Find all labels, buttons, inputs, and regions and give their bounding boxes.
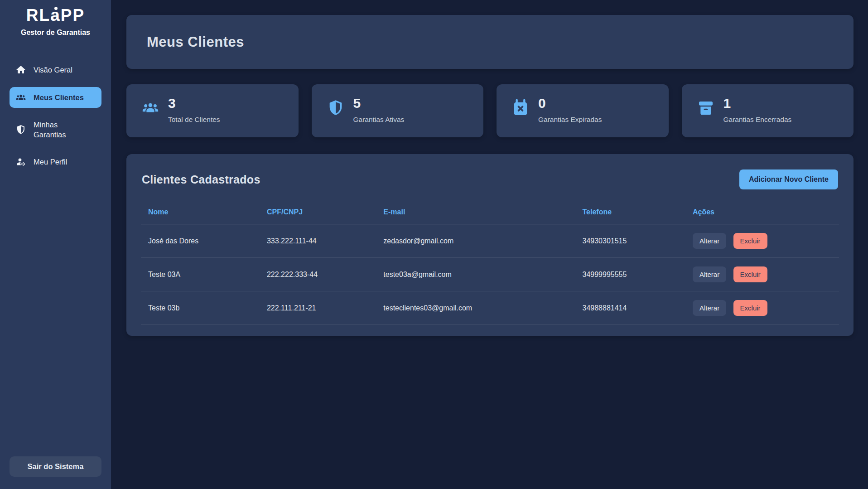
add-client-button[interactable]: Adicionar Novo Cliente <box>739 169 838 189</box>
sidebar-item-visao-geral[interactable]: Visão Geral <box>10 59 101 80</box>
stat-label: Garantias Encerradas <box>723 116 792 124</box>
stat-text: 3 Total de Clientes <box>168 96 220 137</box>
clients-panel: Clientes Cadastrados Adicionar Novo Clie… <box>126 154 854 336</box>
stats-row: 3 Total de Clientes 5 Garantias Ativas <box>126 84 854 137</box>
stat-value: 1 <box>723 96 792 111</box>
delete-client-button[interactable]: Excluir <box>733 300 767 316</box>
cell-cpf: 222.222.333-44 <box>260 258 376 291</box>
shield-icon <box>15 124 26 135</box>
cell-telefone: 34988881414 <box>575 291 685 325</box>
page-title: Meus Clientes <box>147 34 244 50</box>
cell-nome: Teste 03A <box>141 258 260 291</box>
clients-table: Nome CPF/CNPJ E-mail Telefone Ações José… <box>141 203 839 325</box>
stat-card-total-clientes: 3 Total de Clientes <box>126 84 299 137</box>
stat-card-garantias-ativas: 5 Garantias Ativas <box>312 84 484 137</box>
cell-telefone: 34999995555 <box>575 258 685 291</box>
cell-acoes: Alterar Excluir <box>685 224 839 258</box>
sidebar-item-meu-perfil[interactable]: Meu Perfil <box>10 151 101 172</box>
table-header-row: Nome CPF/CNPJ E-mail Telefone Ações <box>141 203 839 224</box>
cell-acoes: Alterar Excluir <box>685 258 839 291</box>
cell-email: teste03a@gmail.com <box>376 258 575 291</box>
stat-card-garantias-encerradas: 1 Garantias Encerradas <box>682 84 854 137</box>
home-icon <box>15 64 26 75</box>
clients-panel-title: Clientes Cadastrados <box>142 173 260 186</box>
stat-text: 5 Garantias Ativas <box>353 96 405 137</box>
main-content: Meus Clientes 3 Total de Clientes <box>111 0 868 489</box>
stat-text: 1 Garantias Encerradas <box>723 96 792 137</box>
stat-text: 0 Garantias Expiradas <box>538 96 602 137</box>
cell-acoes: Alterar Excluir <box>685 291 839 325</box>
sidebar-item-label: Visão Geral <box>34 65 72 75</box>
clients-panel-header: Clientes Cadastrados Adicionar Novo Clie… <box>141 168 839 189</box>
edit-client-button[interactable]: Alterar <box>693 233 726 249</box>
archive-icon <box>697 99 715 117</box>
table-row: José das Dores 333.222.111-44 zedasdor@g… <box>141 224 839 258</box>
cell-cpf: 333.222.111-44 <box>260 224 376 258</box>
app-logo: RLaPP <box>26 7 85 24</box>
edit-client-button[interactable]: Alterar <box>693 300 726 316</box>
app-root: RLaPP Gestor de Garantias Visão Geral <box>0 0 868 489</box>
sidebar-item-label: Meu Perfil <box>34 157 67 167</box>
app-subtitle: Gestor de Garantias <box>0 29 111 37</box>
cell-telefone: 34930301515 <box>575 224 685 258</box>
sidebar-item-minhas-garantias[interactable]: Minhas Garantias <box>10 115 101 145</box>
column-header-telefone: Telefone <box>575 203 685 224</box>
table-row: Teste 03A 222.222.333-44 teste03a@gmail.… <box>141 258 839 291</box>
cell-nome: Teste 03b <box>141 291 260 325</box>
column-header-acoes: Ações <box>685 203 839 224</box>
edit-client-button[interactable]: Alterar <box>693 266 726 282</box>
logout-button[interactable]: Sair do Sistema <box>10 456 101 477</box>
logo-block: RLaPP Gestor de Garantias <box>0 0 111 37</box>
stat-label: Total de Clientes <box>168 116 220 124</box>
column-header-cpf: CPF/CNPJ <box>260 203 376 224</box>
sidebar: RLaPP Gestor de Garantias Visão Geral <box>0 0 111 489</box>
table-row: Teste 03b 222.111.211-21 testeclientes03… <box>141 291 839 325</box>
sidebar-nav: Visão Geral Meus Clientes Minhas <box>0 59 111 173</box>
column-header-nome: Nome <box>141 203 260 224</box>
users-icon <box>141 99 159 117</box>
page-header: Meus Clientes <box>126 15 854 69</box>
user-gear-icon <box>15 156 26 167</box>
sidebar-item-meus-clientes[interactable]: Meus Clientes <box>10 87 101 108</box>
delete-client-button[interactable]: Excluir <box>733 266 767 282</box>
stat-label: Garantias Ativas <box>353 116 405 124</box>
stat-card-garantias-expiradas: 0 Garantias Expiradas <box>497 84 669 137</box>
stat-value: 0 <box>538 96 602 111</box>
sidebar-item-label: Minhas Garantias <box>34 120 86 140</box>
delete-client-button[interactable]: Excluir <box>733 233 767 249</box>
stat-label: Garantias Expiradas <box>538 116 602 124</box>
stat-value: 3 <box>168 96 220 111</box>
stat-value: 5 <box>353 96 405 111</box>
cell-cpf: 222.111.211-21 <box>260 291 376 325</box>
shield-icon <box>327 99 345 117</box>
sidebar-item-label: Meus Clientes <box>34 92 84 102</box>
calendar-x-icon <box>511 99 530 117</box>
users-icon <box>15 92 26 103</box>
cell-email: testeclientes03@gmail.com <box>376 291 575 325</box>
cell-email: zedasdor@gmail.com <box>376 224 575 258</box>
cell-nome: José das Dores <box>141 224 260 258</box>
column-header-email: E-mail <box>376 203 575 224</box>
